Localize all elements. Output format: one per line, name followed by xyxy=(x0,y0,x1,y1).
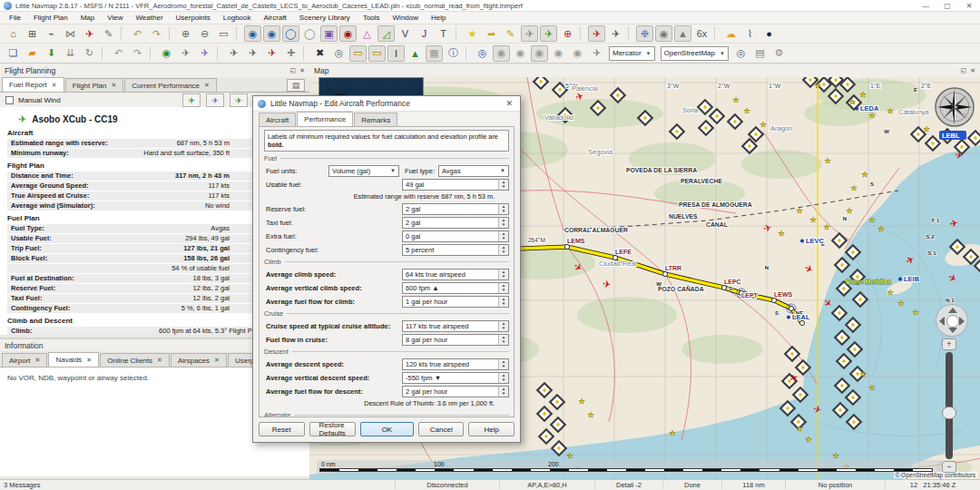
cities-toggle-icon[interactable]: ❉ xyxy=(636,25,653,42)
add-waypoint-icon[interactable]: ✈ xyxy=(196,45,213,62)
basemap-select[interactable]: OpenStreetMap▼ xyxy=(661,46,729,61)
save-flight-plan-icon[interactable]: ⬇ xyxy=(43,45,60,62)
ils-toggle-icon[interactable]: ▣ xyxy=(320,25,338,42)
menu-tools[interactable]: Tools xyxy=(357,12,387,24)
menu-scenery-library[interactable]: Scenery Library xyxy=(293,12,357,24)
victor-airways-icon[interactable]: V xyxy=(397,25,414,42)
tab-airspaces[interactable]: Airspaces✕ xyxy=(171,353,227,367)
range-ring-lead-icon[interactable]: ◉ xyxy=(493,45,510,62)
save-as-icon[interactable]: ⇊ xyxy=(62,45,79,62)
wind-tool-button-1[interactable]: ✈ xyxy=(182,93,201,107)
spin-arrows[interactable]: ▲▼ xyxy=(498,335,508,345)
measure-distance-icon[interactable]: ✎ xyxy=(100,25,117,42)
fuel-flow-in-cruise-input[interactable]: 8 gal per hour▲▼ xyxy=(402,334,509,346)
wind-tool-button-3[interactable]: ✈ xyxy=(230,93,248,107)
tracks-icon[interactable]: T xyxy=(435,25,452,42)
map-detail-icon[interactable]: ◎ xyxy=(732,45,750,62)
map-dock-float-icon[interactable]: ◱ xyxy=(961,67,967,74)
dialog-title-bar[interactable]: Little Navmap - Edit Aircraft Performanc… xyxy=(253,96,520,112)
delete-leg-icon[interactable]: ✖ xyxy=(311,45,328,62)
show-route-on-map-icon[interactable]: ◉ xyxy=(158,45,175,62)
average-fuel-flow-for-descent-input[interactable]: 2 gal per hour▲▼ xyxy=(402,386,509,397)
tab-close-icon[interactable]: ✕ xyxy=(35,357,41,364)
average-descent-speed-input[interactable]: 120 kts true airspeed▲▼ xyxy=(402,358,509,370)
usable-fuel-input[interactable]: 49 gal▲▼ xyxy=(402,179,509,191)
options-icon[interactable]: ⚙ xyxy=(770,45,788,62)
map-forward-icon[interactable]: ↷ xyxy=(148,25,165,42)
cruise-speed-at-typical-cruise-altitude-input[interactable]: 117 kts true airspeed▲▼ xyxy=(402,320,509,332)
tab-close-icon[interactable]: ✕ xyxy=(157,357,162,364)
new-flight-plan-icon[interactable]: ❏ xyxy=(5,45,22,62)
msa-toggle-icon[interactable]: ◉ xyxy=(339,25,357,42)
minimize-icon[interactable]: — xyxy=(915,0,936,12)
scenery-library-icon[interactable]: ▤ xyxy=(751,45,769,62)
ok-button[interactable]: OK xyxy=(360,422,414,436)
flight-plan-save-button[interactable]: ▤ xyxy=(287,79,305,92)
wind-tool-button-2[interactable]: ✈ xyxy=(206,93,224,107)
close-icon[interactable]: ✕ xyxy=(958,0,980,12)
menu-view[interactable]: View xyxy=(101,12,129,24)
menu-map[interactable]: Map xyxy=(74,12,102,24)
menu-aircraft[interactable]: Aircraft xyxy=(258,12,293,24)
spin-arrows[interactable]: ▲▼ xyxy=(498,231,508,241)
visual-reporting-icon[interactable]: △ xyxy=(358,25,376,42)
compass-rose-toggle-icon[interactable]: ⊕ xyxy=(559,25,576,42)
help-button[interactable]: Help xyxy=(468,422,514,436)
range-ring-5-icon[interactable]: ◉ xyxy=(569,45,586,62)
tab-airport[interactable]: Airport✕ xyxy=(2,353,47,367)
tab-close-icon[interactable]: ✕ xyxy=(214,357,220,364)
manual-wind-checkbox[interactable] xyxy=(5,96,14,104)
fuel-type-select[interactable]: Avgas▼ xyxy=(438,165,509,177)
zoom-selection-icon[interactable]: ◎ xyxy=(330,45,348,62)
tab-close-icon[interactable]: ✕ xyxy=(204,82,210,89)
tab-current-performance[interactable]: Current Performance✕ xyxy=(124,78,217,92)
range-ring-3-icon[interactable]: ◉ xyxy=(531,45,548,62)
average-climb-speed-input[interactable]: 64 kts true airspeed▲▼ xyxy=(402,269,509,280)
jet-airways-icon[interactable]: J xyxy=(416,25,433,42)
zoom-slider-thumb[interactable] xyxy=(942,407,956,419)
spin-arrows[interactable]: ▲▼ xyxy=(498,218,508,228)
menu-file[interactable]: File xyxy=(3,12,27,24)
italic-userpoint-icon[interactable]: I xyxy=(387,45,405,62)
extra-fuel-input[interactable]: 0 gal▲▼ xyxy=(402,230,509,242)
flight-planning-dock-float-icon[interactable]: ◱ xyxy=(290,67,297,74)
zoom-in-button[interactable]: + xyxy=(942,338,956,350)
spin-arrows[interactable]: ▲▼ xyxy=(498,297,508,307)
hillshading-toggle-icon[interactable]: ◉ xyxy=(655,25,672,42)
userpoints-toggle-icon[interactable]: ★ xyxy=(464,25,481,42)
waypoint-toggle-icon[interactable]: ◯ xyxy=(301,25,318,42)
spin-arrows[interactable]: ▲▼ xyxy=(498,180,508,190)
zoom-slider-track[interactable] xyxy=(946,352,953,459)
reserve-fuel-input[interactable]: 2 gal▲▼ xyxy=(402,203,509,215)
zoom-out-button[interactable]: − xyxy=(942,461,956,473)
minimum-altitude-icon[interactable]: 6x xyxy=(693,25,710,42)
adjust-altitude-icon[interactable]: ✈ xyxy=(177,45,194,62)
spin-arrows[interactable]: ▲▼ xyxy=(498,245,508,255)
spin-arrows[interactable]: ▲▼ xyxy=(498,373,508,383)
restore-defaults-button[interactable]: Restore Defaults xyxy=(309,422,356,436)
average-vertical-climb-speed-input[interactable]: 600 fpm ▲▲▼ xyxy=(402,282,509,294)
glide-needle-icon[interactable]: ◿ xyxy=(377,25,395,42)
home-icon[interactable]: ⌂ xyxy=(5,25,22,42)
spin-arrows[interactable]: ▲▼ xyxy=(498,270,508,279)
map-dock-close-icon[interactable]: ✕ xyxy=(970,67,975,74)
dialog-tab-remarks[interactable]: Remarks xyxy=(354,113,397,126)
grid-toggle-icon[interactable]: ▦ xyxy=(426,45,443,62)
tab-flight-plan[interactable]: Flight Plan✕ xyxy=(65,78,124,92)
weather-toggle-icon[interactable]: ☁ xyxy=(722,25,740,42)
edit-route-icon[interactable]: ✎ xyxy=(502,25,519,42)
maximize-icon[interactable]: ▢ xyxy=(936,0,958,12)
range-ring-4-icon[interactable]: ◉ xyxy=(550,45,567,62)
fit-flight-plan-icon[interactable]: ⊞ xyxy=(24,25,41,42)
remove-ranges-icon[interactable]: ⋈ xyxy=(62,25,79,42)
taxi-fuel-input[interactable]: 2 gal▲▼ xyxy=(402,217,509,229)
tab-online-clients[interactable]: Online Clients✕ xyxy=(100,353,170,367)
traffic-pattern-icon[interactable]: ◎ xyxy=(474,45,491,62)
spin-arrows[interactable]: ▲▼ xyxy=(498,204,508,214)
terrain-toggle-icon[interactable]: ▲ xyxy=(674,25,691,42)
dialog-tab-performance[interactable]: Performance xyxy=(297,112,353,126)
fuel-units-select[interactable]: Volume (gal)▼ xyxy=(328,165,399,177)
tab-close-icon[interactable]: ✕ xyxy=(111,82,116,89)
wind-toggle-icon[interactable]: ⌇ xyxy=(741,25,759,42)
menu-weather[interactable]: Weather xyxy=(129,12,169,24)
